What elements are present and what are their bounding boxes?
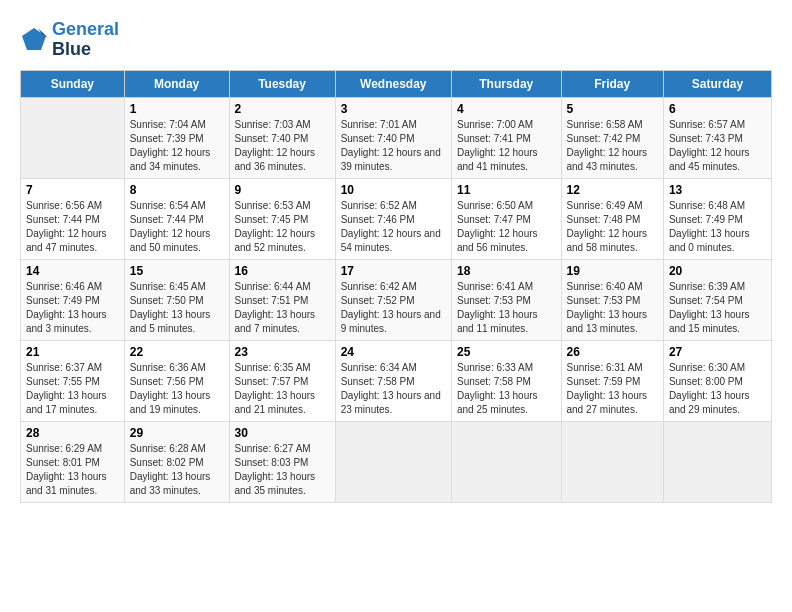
calendar-cell: 20 Sunrise: 6:39 AMSunset: 7:54 PMDaylig… (663, 259, 771, 340)
day-number: 25 (457, 345, 556, 359)
calendar-cell: 25 Sunrise: 6:33 AMSunset: 7:58 PMDaylig… (451, 340, 561, 421)
day-number: 7 (26, 183, 119, 197)
day-info: Sunrise: 6:48 AMSunset: 7:49 PMDaylight:… (669, 199, 766, 255)
calendar-cell (663, 421, 771, 502)
day-number: 27 (669, 345, 766, 359)
calendar-cell: 16 Sunrise: 6:44 AMSunset: 7:51 PMDaylig… (229, 259, 335, 340)
weekday-header-thursday: Thursday (451, 70, 561, 97)
page-header: General Blue (20, 20, 772, 60)
day-info: Sunrise: 7:03 AMSunset: 7:40 PMDaylight:… (235, 118, 330, 174)
day-number: 14 (26, 264, 119, 278)
day-number: 24 (341, 345, 446, 359)
weekday-header-sunday: Sunday (21, 70, 125, 97)
day-info: Sunrise: 6:40 AMSunset: 7:53 PMDaylight:… (567, 280, 658, 336)
calendar-table: SundayMondayTuesdayWednesdayThursdayFrid… (20, 70, 772, 503)
day-number: 13 (669, 183, 766, 197)
day-info: Sunrise: 6:36 AMSunset: 7:56 PMDaylight:… (130, 361, 224, 417)
calendar-cell: 1 Sunrise: 7:04 AMSunset: 7:39 PMDayligh… (124, 97, 229, 178)
day-number: 8 (130, 183, 224, 197)
day-info: Sunrise: 6:37 AMSunset: 7:55 PMDaylight:… (26, 361, 119, 417)
day-info: Sunrise: 6:53 AMSunset: 7:45 PMDaylight:… (235, 199, 330, 255)
calendar-cell: 6 Sunrise: 6:57 AMSunset: 7:43 PMDayligh… (663, 97, 771, 178)
day-info: Sunrise: 6:56 AMSunset: 7:44 PMDaylight:… (26, 199, 119, 255)
day-info: Sunrise: 6:27 AMSunset: 8:03 PMDaylight:… (235, 442, 330, 498)
weekday-header-monday: Monday (124, 70, 229, 97)
calendar-cell: 4 Sunrise: 7:00 AMSunset: 7:41 PMDayligh… (451, 97, 561, 178)
day-number: 19 (567, 264, 658, 278)
calendar-cell: 9 Sunrise: 6:53 AMSunset: 7:45 PMDayligh… (229, 178, 335, 259)
calendar-cell: 29 Sunrise: 6:28 AMSunset: 8:02 PMDaylig… (124, 421, 229, 502)
day-info: Sunrise: 6:57 AMSunset: 7:43 PMDaylight:… (669, 118, 766, 174)
day-info: Sunrise: 7:00 AMSunset: 7:41 PMDaylight:… (457, 118, 556, 174)
calendar-cell: 2 Sunrise: 7:03 AMSunset: 7:40 PMDayligh… (229, 97, 335, 178)
day-number: 3 (341, 102, 446, 116)
calendar-cell: 28 Sunrise: 6:29 AMSunset: 8:01 PMDaylig… (21, 421, 125, 502)
calendar-cell: 26 Sunrise: 6:31 AMSunset: 7:59 PMDaylig… (561, 340, 663, 421)
day-info: Sunrise: 6:54 AMSunset: 7:44 PMDaylight:… (130, 199, 224, 255)
calendar-cell (21, 97, 125, 178)
day-info: Sunrise: 6:39 AMSunset: 7:54 PMDaylight:… (669, 280, 766, 336)
day-number: 22 (130, 345, 224, 359)
calendar-cell: 21 Sunrise: 6:37 AMSunset: 7:55 PMDaylig… (21, 340, 125, 421)
calendar-cell: 22 Sunrise: 6:36 AMSunset: 7:56 PMDaylig… (124, 340, 229, 421)
day-number: 18 (457, 264, 556, 278)
weekday-header-friday: Friday (561, 70, 663, 97)
day-number: 26 (567, 345, 658, 359)
day-info: Sunrise: 7:01 AMSunset: 7:40 PMDaylight:… (341, 118, 446, 174)
calendar-cell (451, 421, 561, 502)
day-info: Sunrise: 6:30 AMSunset: 8:00 PMDaylight:… (669, 361, 766, 417)
day-number: 28 (26, 426, 119, 440)
day-number: 2 (235, 102, 330, 116)
calendar-cell: 27 Sunrise: 6:30 AMSunset: 8:00 PMDaylig… (663, 340, 771, 421)
day-number: 5 (567, 102, 658, 116)
calendar-cell: 24 Sunrise: 6:34 AMSunset: 7:58 PMDaylig… (335, 340, 451, 421)
day-number: 12 (567, 183, 658, 197)
day-number: 17 (341, 264, 446, 278)
day-info: Sunrise: 6:58 AMSunset: 7:42 PMDaylight:… (567, 118, 658, 174)
calendar-cell (561, 421, 663, 502)
calendar-cell: 17 Sunrise: 6:42 AMSunset: 7:52 PMDaylig… (335, 259, 451, 340)
logo-icon (20, 26, 48, 54)
day-number: 11 (457, 183, 556, 197)
day-info: Sunrise: 6:52 AMSunset: 7:46 PMDaylight:… (341, 199, 446, 255)
day-number: 6 (669, 102, 766, 116)
day-info: Sunrise: 6:35 AMSunset: 7:57 PMDaylight:… (235, 361, 330, 417)
day-number: 29 (130, 426, 224, 440)
day-info: Sunrise: 6:28 AMSunset: 8:02 PMDaylight:… (130, 442, 224, 498)
day-number: 10 (341, 183, 446, 197)
day-info: Sunrise: 6:49 AMSunset: 7:48 PMDaylight:… (567, 199, 658, 255)
calendar-cell: 11 Sunrise: 6:50 AMSunset: 7:47 PMDaylig… (451, 178, 561, 259)
day-number: 20 (669, 264, 766, 278)
day-number: 16 (235, 264, 330, 278)
calendar-cell: 18 Sunrise: 6:41 AMSunset: 7:53 PMDaylig… (451, 259, 561, 340)
day-info: Sunrise: 6:34 AMSunset: 7:58 PMDaylight:… (341, 361, 446, 417)
calendar-cell: 19 Sunrise: 6:40 AMSunset: 7:53 PMDaylig… (561, 259, 663, 340)
calendar-cell: 10 Sunrise: 6:52 AMSunset: 7:46 PMDaylig… (335, 178, 451, 259)
day-info: Sunrise: 6:42 AMSunset: 7:52 PMDaylight:… (341, 280, 446, 336)
day-number: 9 (235, 183, 330, 197)
day-info: Sunrise: 6:31 AMSunset: 7:59 PMDaylight:… (567, 361, 658, 417)
svg-marker-0 (22, 28, 46, 50)
calendar-cell: 23 Sunrise: 6:35 AMSunset: 7:57 PMDaylig… (229, 340, 335, 421)
day-info: Sunrise: 6:44 AMSunset: 7:51 PMDaylight:… (235, 280, 330, 336)
day-info: Sunrise: 6:29 AMSunset: 8:01 PMDaylight:… (26, 442, 119, 498)
calendar-cell: 3 Sunrise: 7:01 AMSunset: 7:40 PMDayligh… (335, 97, 451, 178)
calendar-cell: 7 Sunrise: 6:56 AMSunset: 7:44 PMDayligh… (21, 178, 125, 259)
day-number: 30 (235, 426, 330, 440)
logo: General Blue (20, 20, 119, 60)
day-number: 1 (130, 102, 224, 116)
weekday-header-wednesday: Wednesday (335, 70, 451, 97)
logo-text: General Blue (52, 20, 119, 60)
day-info: Sunrise: 6:45 AMSunset: 7:50 PMDaylight:… (130, 280, 224, 336)
calendar-cell: 12 Sunrise: 6:49 AMSunset: 7:48 PMDaylig… (561, 178, 663, 259)
day-number: 23 (235, 345, 330, 359)
day-info: Sunrise: 6:50 AMSunset: 7:47 PMDaylight:… (457, 199, 556, 255)
day-number: 15 (130, 264, 224, 278)
day-number: 21 (26, 345, 119, 359)
day-info: Sunrise: 7:04 AMSunset: 7:39 PMDaylight:… (130, 118, 224, 174)
calendar-cell: 8 Sunrise: 6:54 AMSunset: 7:44 PMDayligh… (124, 178, 229, 259)
day-info: Sunrise: 6:41 AMSunset: 7:53 PMDaylight:… (457, 280, 556, 336)
weekday-header-saturday: Saturday (663, 70, 771, 97)
calendar-cell (335, 421, 451, 502)
day-info: Sunrise: 6:46 AMSunset: 7:49 PMDaylight:… (26, 280, 119, 336)
